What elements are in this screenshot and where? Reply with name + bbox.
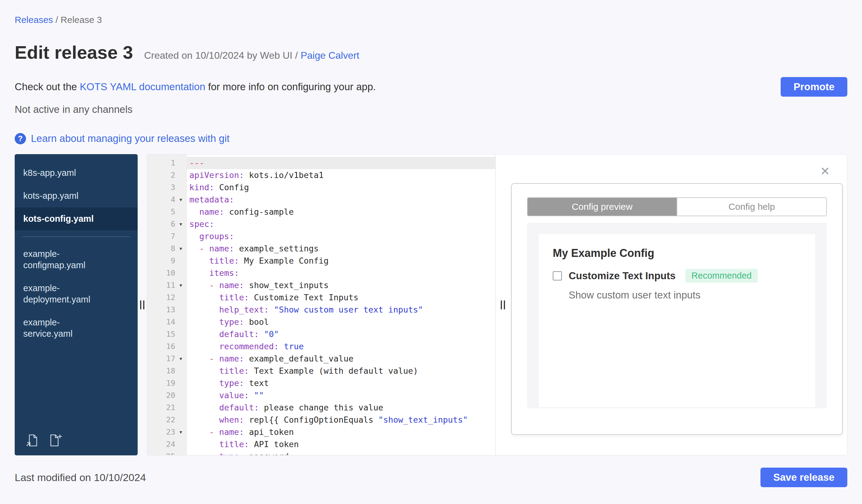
code-text: --- xyxy=(186,157,495,169)
code-line[interactable]: 13 help_text: "Show custom user text inp… xyxy=(147,304,495,316)
code-text: - name: api_token xyxy=(186,426,495,438)
fold-arrow-icon[interactable]: ▾ xyxy=(175,194,186,206)
code-line[interactable]: 22 when: repl{{ ConfigOptionEquals "show… xyxy=(147,414,495,426)
fold-spacer xyxy=(175,157,186,169)
line-number: 20 xyxy=(147,389,175,401)
code-text: title: Text Example (with default value) xyxy=(186,365,495,377)
sidebar-file-item[interactable]: example-deployment.yaml xyxy=(15,277,138,311)
config-item-label[interactable]: Customize Text Inputs xyxy=(569,270,676,282)
code-line[interactable]: 19 type: text xyxy=(147,377,495,389)
kots-docs-link[interactable]: KOTS YAML documentation xyxy=(80,81,205,92)
line-number: 13 xyxy=(147,304,175,316)
code-text: title: Customize Text Inputs xyxy=(186,291,495,304)
code-line[interactable]: 24 title: API token xyxy=(147,438,495,450)
fold-arrow-icon[interactable]: ▾ xyxy=(175,353,186,365)
release-editor-page: Releases / Release 3 Edit release 3 Crea… xyxy=(0,0,862,504)
yaml-code-editor[interactable]: 1---2apiVersion: kots.io/v1beta13kind: C… xyxy=(147,155,495,455)
sidebar-file-item[interactable]: k8s-app.yaml xyxy=(15,161,138,184)
line-number: 5 xyxy=(147,206,175,218)
line-number: 23 xyxy=(147,426,175,438)
line-number: 4 xyxy=(147,194,175,206)
tab-config-preview[interactable]: Config preview xyxy=(528,198,677,216)
code-line[interactable]: 5 name: config-sample xyxy=(147,206,495,218)
save-release-button[interactable]: Save release xyxy=(760,468,847,487)
code-line[interactable]: 9 title: My Example Config xyxy=(147,255,495,267)
upload-file-icon[interactable] xyxy=(25,433,39,448)
author-link[interactable]: Paige Calvert xyxy=(301,50,360,61)
code-line[interactable]: 7 groups: xyxy=(147,230,495,242)
fold-spacer xyxy=(175,206,186,218)
code-text: items: xyxy=(186,267,495,279)
code-line[interactable]: 25 type: password xyxy=(147,450,495,455)
sidebar-file-item[interactable]: example-configmap.yaml xyxy=(15,242,138,277)
customize-text-inputs-checkbox[interactable] xyxy=(553,271,562,280)
sidebar-resize-handle[interactable] xyxy=(138,154,147,455)
sidebar-file-item[interactable]: kots-app.yaml xyxy=(15,184,138,207)
code-line[interactable]: 16 recommended: true xyxy=(147,340,495,353)
footer-row: Last modified on 10/10/2024 Save release xyxy=(15,468,847,487)
code-text: type: password xyxy=(186,450,495,455)
fold-arrow-icon[interactable]: ▾ xyxy=(175,242,186,255)
line-number: 21 xyxy=(147,401,175,414)
breadcrumb-releases-link[interactable]: Releases xyxy=(15,15,53,25)
panel-resize-handle[interactable] xyxy=(501,300,505,309)
code-text: type: bool xyxy=(186,316,495,328)
fold-spacer xyxy=(175,304,186,316)
doc-row: Check out the KOTS YAML documentation fo… xyxy=(15,77,847,97)
fold-spacer xyxy=(175,365,186,377)
code-text: - name: show_text_inputs xyxy=(186,279,495,291)
code-line[interactable]: 6▾spec: xyxy=(147,218,495,230)
promote-button[interactable]: Promote xyxy=(781,77,847,97)
code-line[interactable]: 1--- xyxy=(147,157,495,169)
fold-arrow-icon[interactable]: ▾ xyxy=(175,426,186,438)
code-text: recommended: true xyxy=(186,340,495,353)
doc-text-after: for more info on configuring your app. xyxy=(205,81,376,92)
close-panel-icon[interactable]: ✕ xyxy=(820,165,830,177)
file-list-bottom: example-configmap.yamlexample-deployment… xyxy=(15,242,138,345)
config-preview-box: My Example Config Customize Text Inputs … xyxy=(527,223,827,408)
code-text: type: text xyxy=(186,377,495,389)
code-line[interactable]: 14 type: bool xyxy=(147,316,495,328)
line-number: 2 xyxy=(147,169,175,181)
config-panel-pane: ✕ Config previewConfig help My Example C… xyxy=(495,155,847,455)
code-line[interactable]: 11▾ - name: show_text_inputs xyxy=(147,279,495,291)
code-line[interactable]: 8▾ - name: example_settings xyxy=(147,242,495,255)
code-line[interactable]: 2apiVersion: kots.io/v1beta1 xyxy=(147,169,495,181)
line-number: 25 xyxy=(147,450,175,455)
code-line[interactable]: 23▾ - name: api_token xyxy=(147,426,495,438)
code-line[interactable]: 18 title: Text Example (with default val… xyxy=(147,365,495,377)
line-number: 6 xyxy=(147,218,175,230)
code-line[interactable]: 10 items: xyxy=(147,267,495,279)
sidebar-file-item[interactable]: example-service.yaml xyxy=(15,311,138,345)
code-line[interactable]: 20 value: "" xyxy=(147,389,495,401)
code-line[interactable]: 3kind: Config xyxy=(147,181,495,194)
fold-spacer xyxy=(175,169,186,181)
line-number: 16 xyxy=(147,340,175,353)
code-text: apiVersion: kots.io/v1beta1 xyxy=(186,169,495,181)
code-line[interactable]: 4▾metadata: xyxy=(147,194,495,206)
config-panel-tabs: Config previewConfig help xyxy=(527,197,827,216)
line-number: 24 xyxy=(147,438,175,450)
code-text: title: My Example Config xyxy=(186,255,495,267)
code-line[interactable]: 21 default: please change this value xyxy=(147,401,495,414)
created-meta: Created on 10/10/2024 by Web UI / Paige … xyxy=(144,50,360,61)
file-list-top: k8s-app.yamlkots-app.yamlkots-config.yam… xyxy=(15,161,138,230)
line-number: 19 xyxy=(147,377,175,389)
fold-spacer xyxy=(175,401,186,414)
fold-arrow-icon[interactable]: ▾ xyxy=(175,218,186,230)
code-line[interactable]: 17▾ - name: example_default_value xyxy=(147,353,495,365)
fold-arrow-icon[interactable]: ▾ xyxy=(175,279,186,291)
code-line[interactable]: 12 title: Customize Text Inputs xyxy=(147,291,495,304)
fold-spacer xyxy=(175,340,186,353)
line-number: 8 xyxy=(147,242,175,255)
fold-spacer xyxy=(175,328,186,340)
sidebar-footer xyxy=(25,433,62,448)
new-file-icon[interactable] xyxy=(48,433,62,448)
git-help-link[interactable]: Learn about managing your releases with … xyxy=(31,133,230,144)
created-text: Created on 10/10/2024 by Web UI / xyxy=(144,50,301,61)
config-panel: Config previewConfig help My Example Con… xyxy=(511,183,843,435)
doc-info-text: Check out the KOTS YAML documentation fo… xyxy=(15,81,376,93)
code-line[interactable]: 15 default: "0" xyxy=(147,328,495,340)
tab-config-help[interactable]: Config help xyxy=(677,198,826,216)
sidebar-file-item[interactable]: kots-config.yaml xyxy=(15,207,138,230)
